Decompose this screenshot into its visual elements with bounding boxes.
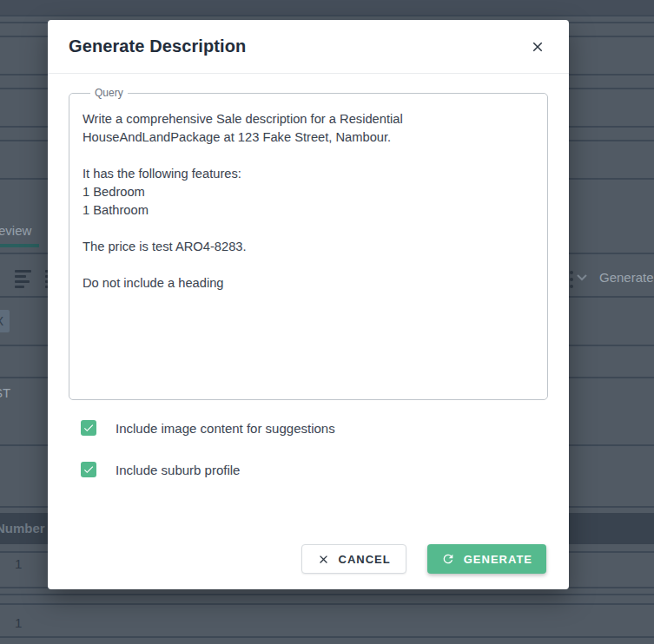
query-fieldset: Query <box>69 87 548 400</box>
query-label: Query <box>90 87 128 99</box>
cancel-x-icon <box>317 553 330 566</box>
format-align-left-icon[interactable] <box>15 270 32 287</box>
tab-indicator <box>0 244 39 247</box>
table-row-divider <box>0 636 654 638</box>
generate-button[interactable]: GENERATE <box>427 544 546 574</box>
table-header-label: Number <box>0 521 45 536</box>
dialog-header: Generate Description <box>48 20 569 74</box>
option-include-suburb: Include suburb profile <box>81 462 548 477</box>
generate-menu-item[interactable]: Generate <box>599 270 654 285</box>
option-label[interactable]: Include image content for suggestions <box>116 421 335 436</box>
table-cell: 1 <box>15 556 22 571</box>
generate-button-label: GENERATE <box>464 553 532 566</box>
table-row-divider <box>0 594 654 595</box>
partial-cell-text: ST <box>0 385 10 400</box>
cancel-button-label: CANCEL <box>339 553 391 566</box>
checkbox-include-images[interactable] <box>81 420 96 436</box>
table-row-divider <box>0 603 654 605</box>
tab-preview[interactable]: Preview <box>0 223 31 238</box>
options-group: Include image content for suggestions In… <box>81 420 548 477</box>
generate-description-dialog: Generate Description Query <box>48 20 569 589</box>
cancel-button[interactable]: CANCEL <box>301 544 406 574</box>
selected-cell-chip[interactable]: X <box>0 310 10 332</box>
screen: Preview Generate X ST Number 1 1 <box>0 0 654 644</box>
table-cell: 1 <box>15 615 22 630</box>
close-icon[interactable] <box>527 36 548 57</box>
table-top-band <box>0 0 654 15</box>
dialog-footer: CANCEL GENERATE <box>301 544 546 574</box>
query-input[interactable] <box>83 104 534 384</box>
table-row-divider <box>0 15 654 16</box>
chevron-down-icon[interactable] <box>576 273 588 282</box>
dialog-body: Query Include image content for suggesti… <box>48 87 569 477</box>
option-include-images: Include image content for suggestions <box>81 420 548 436</box>
checkbox-include-suburb[interactable] <box>81 462 96 477</box>
refresh-icon <box>441 552 455 566</box>
dialog-title: Generate Description <box>69 36 246 56</box>
more-options-icon[interactable] <box>570 271 573 292</box>
option-label[interactable]: Include suburb profile <box>116 463 240 477</box>
